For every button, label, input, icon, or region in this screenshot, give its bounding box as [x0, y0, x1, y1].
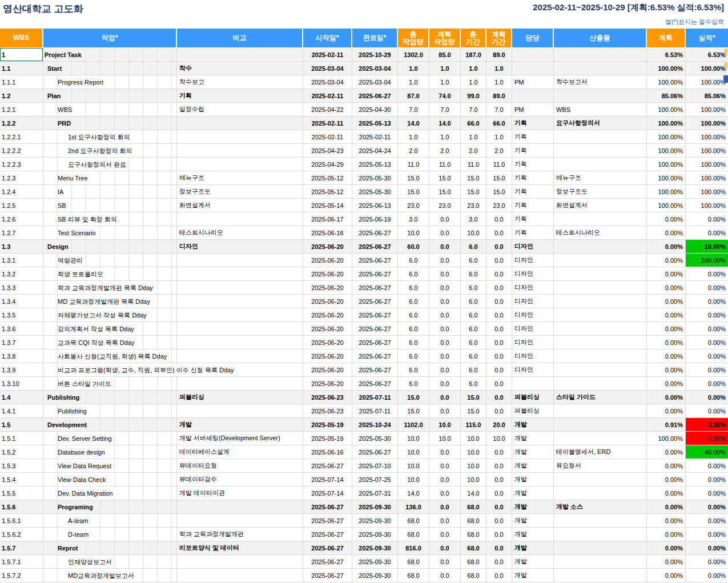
cell-end-date[interactable]: 2025-06-27: [352, 349, 398, 363]
cell-task[interactable]: MD교육과정개발보고서: [43, 569, 177, 582]
cell-plan-duration[interactable]: 0.0: [486, 363, 512, 376]
cell-plan-pct[interactable]: 0.00%: [647, 514, 686, 527]
cell-plan-pct[interactable]: 100.00%: [647, 130, 686, 143]
cell-total-work[interactable]: 1.0: [398, 130, 429, 143]
cell-plan-work[interactable]: 0.0: [429, 308, 461, 321]
cell-plan-pct[interactable]: 0.00%: [647, 267, 686, 280]
cell-plan-work[interactable]: 0.0: [429, 528, 461, 541]
cell-plan-pct[interactable]: 0.00%: [647, 295, 686, 308]
cell-actual-pct[interactable]: 0.00%: [686, 528, 728, 541]
cell-owner[interactable]: 기획: [512, 199, 554, 212]
cell-total-work[interactable]: 7.0: [398, 103, 429, 116]
cell-plan-pct[interactable]: 0.00%: [647, 459, 686, 472]
cell-total-duration[interactable]: 6.0: [461, 267, 486, 280]
cell-owner[interactable]: 디자인: [512, 267, 554, 280]
cell-wbs[interactable]: 1.2: [0, 89, 43, 102]
cell-owner[interactable]: 디자인: [512, 336, 554, 349]
cell-note[interactable]: [177, 116, 303, 130]
cell-deliverable[interactable]: [554, 295, 647, 308]
cell-plan-pct[interactable]: 0.00%: [647, 541, 686, 554]
cell-actual-pct[interactable]: 0.00%: [686, 212, 728, 226]
cell-plan-work[interactable]: 1.0: [429, 130, 461, 143]
cell-plan-pct[interactable]: 100.00%: [647, 116, 686, 130]
cell-deliverable[interactable]: 메뉴구조: [554, 171, 647, 184]
cell-deliverable[interactable]: [554, 377, 647, 390]
cell-plan-work[interactable]: 0.0: [429, 404, 461, 417]
cell-plan-pct[interactable]: 0.00%: [647, 308, 686, 321]
cell-start-date[interactable]: 2025-03-04: [303, 62, 352, 75]
cell-deliverable[interactable]: [554, 308, 647, 321]
cell-plan-duration[interactable]: 20.0: [486, 418, 512, 431]
cell-actual-pct[interactable]: 0.00%: [686, 391, 728, 404]
cell-total-duration[interactable]: 99.0: [461, 89, 486, 102]
cell-actual-pct[interactable]: 0.00%: [686, 486, 728, 500]
cell-task[interactable]: Menu Tree: [43, 171, 177, 184]
cell-end-date[interactable]: 2025-04-30: [352, 103, 398, 116]
cell-note[interactable]: 뷰데이터요청: [177, 459, 303, 472]
cell-task[interactable]: A-team: [43, 514, 177, 527]
cell-actual-pct[interactable]: 0.00%: [686, 514, 728, 527]
cell-task[interactable]: 요구사항정의서 완료: [43, 158, 177, 171]
cell-owner[interactable]: 개발: [512, 445, 554, 459]
cell-actual-pct[interactable]: 6.53%: [686, 48, 728, 61]
cell-end-date[interactable]: 2025-03-04: [352, 75, 398, 89]
cell-plan-pct[interactable]: 0.00%: [647, 569, 686, 582]
cell-actual-pct[interactable]: 40.00%: [686, 445, 728, 459]
column-header-total-work[interactable]: 총 작업량: [398, 29, 429, 47]
cell-total-duration[interactable]: 68.0: [461, 555, 486, 568]
cell-deliverable[interactable]: [554, 212, 647, 226]
cell-start-date[interactable]: 2025-02-11: [303, 116, 352, 130]
cell-owner[interactable]: 디자인: [512, 363, 554, 376]
cell-plan-pct[interactable]: 0.00%: [647, 212, 686, 226]
cell-start-date[interactable]: 2025-06-27: [303, 569, 352, 582]
cell-actual-pct[interactable]: 0.00%: [686, 363, 728, 376]
cell-end-date[interactable]: 2025-10-29: [352, 48, 398, 61]
cell-task[interactable]: Publishing: [43, 404, 177, 417]
cell-actual-pct[interactable]: 0.00%: [686, 295, 728, 308]
cell-wbs[interactable]: 1.5.4: [0, 473, 43, 486]
cell-plan-duration[interactable]: 11.0: [486, 158, 512, 171]
cell-deliverable[interactable]: [554, 486, 647, 500]
cell-plan-pct[interactable]: 0.00%: [647, 322, 686, 335]
cell-total-duration[interactable]: 14.0: [461, 486, 486, 500]
cell-plan-pct[interactable]: 0.00%: [647, 254, 686, 267]
cell-task[interactable]: Dev. Server Setting: [43, 432, 177, 445]
cell-start-date[interactable]: 2025-06-20: [303, 267, 352, 280]
cell-note[interactable]: [177, 569, 303, 582]
cell-deliverable[interactable]: 정보구조도: [554, 185, 647, 198]
cell-deliverable[interactable]: [554, 281, 647, 294]
cell-task[interactable]: Test Scenario: [43, 226, 177, 239]
cell-plan-duration[interactable]: 0.0: [486, 349, 512, 363]
cell-end-date[interactable]: 2025-05-30: [352, 171, 398, 184]
cell-owner[interactable]: PM: [512, 75, 554, 89]
cell-note[interactable]: [177, 349, 303, 363]
cell-total-work[interactable]: 6.0: [398, 308, 429, 321]
cell-end-date[interactable]: 2025-09-30: [352, 541, 398, 554]
cell-start-date[interactable]: 2025-05-14: [303, 199, 352, 212]
cell-plan-duration[interactable]: 89.0: [486, 48, 512, 61]
cell-plan-pct[interactable]: 100.00%: [647, 144, 686, 157]
cell-total-work[interactable]: 6.0: [398, 336, 429, 349]
cell-start-date[interactable]: 2025-06-20: [303, 363, 352, 376]
cell-total-duration[interactable]: 6.0: [461, 349, 486, 363]
cell-actual-pct[interactable]: 100.00%: [686, 199, 728, 212]
cell-deliverable[interactable]: [554, 48, 647, 61]
cell-total-work[interactable]: 3.0: [398, 212, 429, 226]
cell-owner[interactable]: 개발: [512, 418, 554, 431]
cell-end-date[interactable]: 2025-10-24: [352, 418, 398, 431]
cell-start-date[interactable]: 2025-05-12: [303, 185, 352, 198]
cell-plan-duration[interactable]: 7.0: [486, 103, 512, 116]
cell-wbs[interactable]: 1.5.3: [0, 459, 43, 472]
cell-end-date[interactable]: 2025-06-27: [352, 336, 398, 349]
cell-plan-duration[interactable]: 0.0: [486, 226, 512, 239]
cell-total-work[interactable]: 14.0: [398, 116, 429, 130]
cell-start-date[interactable]: 2025-06-20: [303, 336, 352, 349]
cell-plan-duration[interactable]: 1.0: [486, 130, 512, 143]
cell-task[interactable]: 학과 교육과정개발개편 목록 Dday: [43, 281, 177, 294]
cell-deliverable[interactable]: [554, 62, 647, 75]
cell-owner[interactable]: 기획: [512, 185, 554, 198]
cell-owner[interactable]: 기획: [512, 158, 554, 171]
cell-actual-pct[interactable]: 85.06%: [686, 89, 728, 102]
cell-plan-pct[interactable]: 0.00%: [647, 391, 686, 404]
cell-owner[interactable]: [512, 48, 554, 61]
